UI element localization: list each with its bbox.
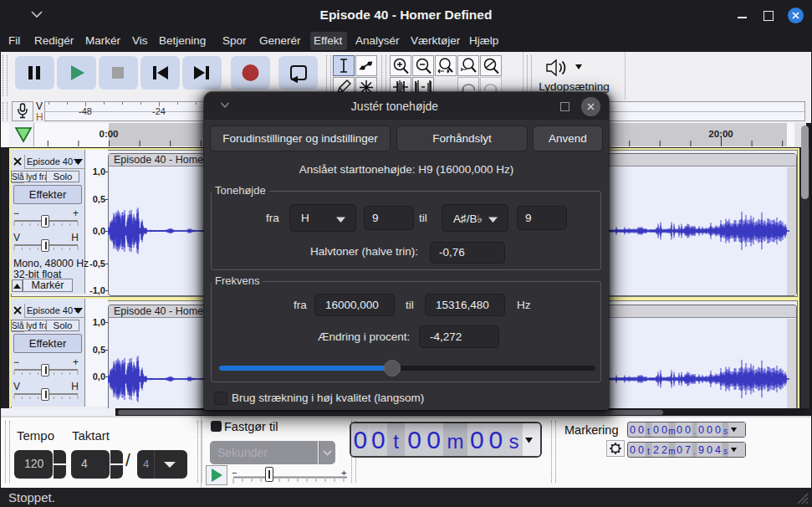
svg-text:0: 0 bbox=[426, 426, 441, 453]
svg-text:m: m bbox=[447, 430, 464, 453]
svg-text:9: 9 bbox=[698, 444, 704, 456]
svg-text:0: 0 bbox=[698, 424, 704, 436]
svg-text:2: 2 bbox=[653, 444, 659, 456]
svg-text:0: 0 bbox=[630, 444, 636, 456]
svg-text:0: 0 bbox=[677, 424, 682, 436]
svg-text:0: 0 bbox=[371, 426, 386, 453]
svg-text:t: t bbox=[647, 427, 650, 436]
svg-text:0: 0 bbox=[677, 444, 682, 456]
svg-text:0: 0 bbox=[407, 426, 421, 453]
svg-text:0: 0 bbox=[707, 424, 712, 436]
svg-text:-48: -48 bbox=[79, 106, 92, 116]
svg-text:s: s bbox=[723, 447, 728, 456]
svg-text:.: . bbox=[693, 427, 696, 436]
svg-text:0: 0 bbox=[638, 424, 644, 436]
svg-text:0: 0 bbox=[661, 424, 667, 436]
svg-text:0: 0 bbox=[353, 426, 367, 453]
svg-text:.: . bbox=[693, 447, 696, 456]
svg-text:m: m bbox=[668, 427, 675, 436]
svg-text:0: 0 bbox=[715, 424, 721, 436]
svg-text:2: 2 bbox=[661, 444, 667, 456]
svg-text:7: 7 bbox=[685, 444, 691, 456]
svg-text:0: 0 bbox=[488, 426, 503, 453]
svg-text:t: t bbox=[393, 430, 399, 453]
svg-text:0: 0 bbox=[707, 444, 712, 456]
svg-text:0: 0 bbox=[685, 424, 691, 436]
svg-text:4: 4 bbox=[715, 444, 721, 456]
svg-text:m: m bbox=[668, 447, 675, 456]
svg-text:s: s bbox=[723, 427, 728, 436]
svg-text:0: 0 bbox=[470, 426, 484, 453]
svg-text:20:00: 20:00 bbox=[708, 129, 733, 139]
svg-text:0: 0 bbox=[630, 424, 636, 436]
svg-text:0: 0 bbox=[653, 424, 659, 436]
svg-text:0: 0 bbox=[638, 444, 644, 456]
svg-text:0:00: 0:00 bbox=[99, 129, 118, 139]
svg-text:-24: -24 bbox=[152, 106, 166, 116]
svg-text:t: t bbox=[647, 447, 650, 456]
svg-text:s: s bbox=[509, 430, 519, 453]
